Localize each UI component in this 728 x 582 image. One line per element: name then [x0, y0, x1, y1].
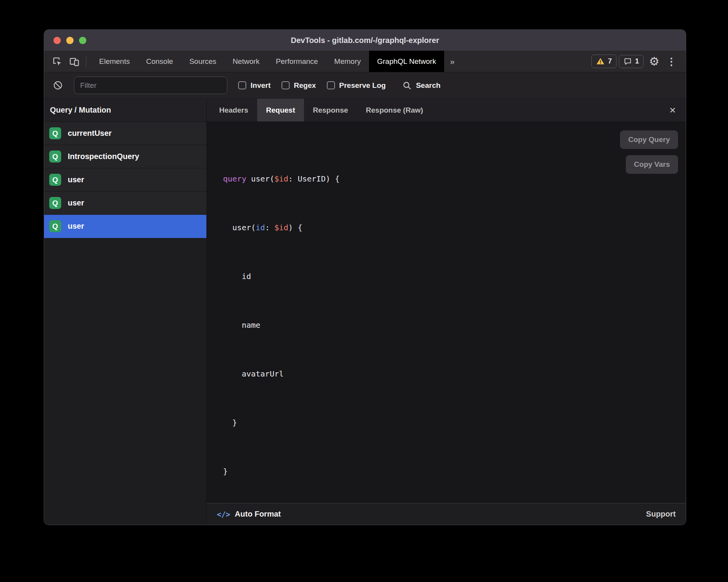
regex-checkbox[interactable]: Regex: [282, 81, 316, 90]
warnings-badge[interactable]: 7: [591, 55, 616, 68]
checkbox-label: Regex: [294, 81, 316, 90]
titlebar: DevTools - gitlab.com/-/graphql-explorer: [44, 30, 686, 51]
filter-bar: Invert Regex Preserve Log Search: [44, 72, 686, 99]
message-count: 1: [635, 57, 639, 65]
query-list-item[interactable]: Q currentUser: [44, 122, 206, 145]
query-type-badge: Q: [49, 151, 61, 163]
preserve-log-checkbox[interactable]: Preserve Log: [327, 81, 386, 90]
checkbox-box: [327, 81, 335, 89]
search-button[interactable]: Search: [402, 80, 440, 91]
traffic-lights: [44, 37, 86, 44]
code-token: ) {: [288, 223, 302, 232]
query-list-item[interactable]: Q user: [44, 192, 206, 215]
checkbox-box: [238, 81, 246, 89]
tab-response[interactable]: Response: [304, 99, 357, 122]
query-code-line: }: [223, 463, 676, 479]
query-list-item-selected[interactable]: Q user: [44, 215, 206, 238]
request-content: Copy Query Copy Vars query user($id: Use…: [207, 122, 686, 503]
warning-count: 7: [608, 57, 612, 65]
tab-memory[interactable]: Memory: [326, 51, 369, 72]
checkbox-box: [282, 81, 290, 89]
tab-graphql-network[interactable]: GraphQL Network: [369, 51, 444, 72]
code-token: :: [265, 223, 274, 232]
code-token: : UserID) {: [288, 174, 340, 183]
clear-icon[interactable]: [53, 80, 63, 91]
tab-console[interactable]: Console: [138, 51, 181, 72]
auto-format-button[interactable]: </> Auto Format: [217, 510, 281, 519]
detail-panel-tabs: Headers Request Response Response (Raw) …: [207, 99, 686, 122]
code-brackets-icon: </>: [217, 510, 230, 519]
code-token: user(: [223, 223, 256, 232]
warning-triangle-icon: [596, 57, 605, 66]
query-code-line: query user($id: UserID) {: [223, 171, 676, 187]
zoom-window-button[interactable]: [79, 37, 86, 44]
code-token: }: [223, 467, 228, 476]
query-list-sidebar: Query / Mutation Q currentUser Q Introsp…: [44, 99, 207, 525]
checkbox-label: Preserve Log: [339, 81, 386, 90]
more-tabs-button[interactable]: »: [444, 51, 460, 72]
tab-response-raw[interactable]: Response (Raw): [357, 99, 432, 122]
minimize-window-button[interactable]: [66, 37, 74, 44]
copy-buttons: Copy Query Copy Vars: [620, 130, 678, 174]
tab-headers[interactable]: Headers: [210, 99, 257, 122]
query-type-badge: Q: [49, 220, 61, 232]
support-link[interactable]: Support: [646, 510, 676, 519]
search-icon: [402, 80, 412, 91]
code-token: $id: [274, 223, 288, 232]
code-token: }: [223, 418, 237, 427]
query-code-line: avatarUrl: [223, 366, 676, 382]
toolbar-left-icons: [44, 51, 91, 72]
query-type-badge: Q: [49, 197, 61, 209]
query-code-line: user(id: $id) {: [223, 219, 676, 236]
devtools-window: DevTools - gitlab.com/-/graphql-explorer…: [44, 30, 686, 525]
code-token: name: [223, 320, 260, 330]
settings-gear-icon[interactable]: ⚙: [649, 56, 659, 67]
main-split: Query / Mutation Q currentUser Q Introsp…: [44, 99, 686, 525]
copy-vars-button[interactable]: Copy Vars: [626, 155, 678, 174]
query-name: user: [68, 222, 84, 231]
device-toolbar-icon[interactable]: [69, 56, 80, 67]
toolbar-divider: [86, 56, 86, 67]
close-window-button[interactable]: [53, 37, 61, 44]
copy-query-button[interactable]: Copy Query: [620, 130, 678, 149]
query-list-item[interactable]: Q IntrospectionQuery: [44, 145, 206, 168]
query-type-badge: Q: [49, 174, 61, 186]
devtools-tabs: Elements Console Sources Network Perform…: [91, 51, 460, 72]
filter-input[interactable]: [74, 77, 227, 94]
close-panel-icon[interactable]: ×: [659, 99, 686, 122]
tab-performance[interactable]: Performance: [268, 51, 326, 72]
inspect-element-icon[interactable]: [52, 56, 63, 67]
query-code-line: name: [223, 317, 676, 333]
query-type-badge: Q: [49, 127, 61, 139]
query-name: IntrospectionQuery: [68, 152, 139, 161]
code-token: $id: [274, 174, 288, 183]
tab-network[interactable]: Network: [225, 51, 268, 72]
detail-panel: Headers Request Response Response (Raw) …: [207, 99, 686, 525]
devtools-toolbar: Elements Console Sources Network Perform…: [44, 51, 686, 72]
checkbox-label: Invert: [251, 81, 271, 90]
code-token: id: [223, 272, 251, 281]
tab-request[interactable]: Request: [257, 99, 304, 122]
code-token: avatarUrl: [223, 369, 284, 378]
issues-badge[interactable]: 1: [619, 55, 644, 68]
auto-format-label: Auto Format: [235, 510, 281, 519]
search-label: Search: [416, 81, 440, 90]
tab-elements[interactable]: Elements: [91, 51, 138, 72]
code-token: query: [223, 174, 246, 183]
window-title: DevTools - gitlab.com/-/graphql-explorer: [44, 36, 686, 45]
panel-footer: </> Auto Format Support: [207, 503, 686, 525]
tab-sources[interactable]: Sources: [181, 51, 225, 72]
query-name: user: [68, 175, 84, 184]
message-bubble-icon: [623, 57, 632, 66]
sidebar-header: Query / Mutation: [44, 99, 206, 122]
graphql-query-code: query user($id: UserID) { user(id: $id) …: [223, 138, 676, 503]
query-list-item[interactable]: Q user: [44, 168, 206, 192]
kebab-menu-icon[interactable]: ⋮: [665, 56, 678, 67]
query-name: currentUser: [68, 129, 112, 138]
query-code-line: id: [223, 268, 676, 284]
code-token: id: [256, 223, 265, 232]
invert-checkbox[interactable]: Invert: [238, 81, 271, 90]
query-code-line: }: [223, 414, 676, 431]
query-name: user: [68, 199, 84, 207]
toolbar-right: 7 1 ⚙ ⋮: [591, 51, 686, 72]
